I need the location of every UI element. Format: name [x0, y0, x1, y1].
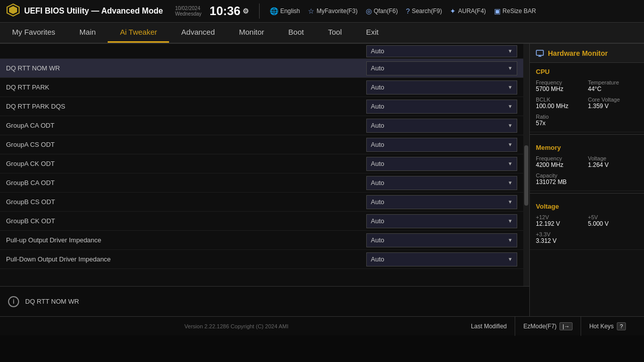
- ezmode-label: EzMode(F7): [523, 323, 556, 330]
- row-label-groupa-ck-odt: GroupA CK ODT: [6, 160, 366, 167]
- mem-freq-label: Frequency 4200 MHz: [536, 155, 586, 168]
- asus-logo-icon: [6, 3, 20, 19]
- arrow-groupb-cs-odt: ▼: [508, 199, 513, 205]
- settings-row-groupa-ca-odt[interactable]: GroupA CA ODT Auto ▼: [0, 116, 523, 135]
- toolbar-aura[interactable]: ✦ AURA(F4): [450, 7, 486, 15]
- volt-5v-label: +5V 5.000 V: [588, 214, 638, 227]
- arrow-groupb-ck-odt: ▼: [508, 218, 513, 224]
- toolbar-myfavorite[interactable]: ☆ MyFavorite(F3): [308, 7, 357, 15]
- header: UEFI BIOS Utility — Advanced Mode 10/02/…: [0, 0, 644, 23]
- dropdown-groupa-ck-odt[interactable]: Auto ▼: [366, 157, 517, 171]
- settings-row-groupb-cs-odt[interactable]: GroupB CS ODT Auto ▼: [0, 193, 523, 212]
- top-dropdown-arrow: ▼: [508, 48, 513, 54]
- row-value-pulldown-impedance: Auto ▼: [366, 252, 517, 266]
- dropdown-groupb-ca-odt[interactable]: Auto ▼: [366, 176, 517, 190]
- footer-hotkeys[interactable]: Hot Keys ?: [581, 317, 634, 336]
- footer: Version 2.22.1286 Copyright (C) 2024 AMI…: [0, 316, 644, 335]
- settings-row-groupa-ck-odt[interactable]: GroupA CK ODT Auto ▼: [0, 154, 523, 173]
- settings-row-pulldown-impedance[interactable]: Pull-Down Output Driver Impedance Auto ▼: [0, 250, 523, 269]
- row-label-dq-rtt-park-dqs: DQ RTT PARK DQS: [6, 103, 366, 110]
- arrow-groupa-ca-odt: ▼: [508, 123, 513, 128]
- row-value-dq-rtt-park: Auto ▼: [366, 80, 517, 95]
- nav-my-favorites[interactable]: My Favorites: [0, 23, 67, 43]
- dropdown-dq-rtt-park-dqs[interactable]: Auto ▼: [366, 100, 517, 114]
- settings-top-row: Auto ▼: [0, 44, 523, 59]
- search-label: Search(F9): [412, 8, 442, 15]
- arrow-groupb-ca-odt: ▼: [508, 180, 513, 186]
- content-area: Auto ▼ DQ RTT NOM WR Auto ▼: [0, 44, 529, 316]
- settings-row-groupa-cs-odt[interactable]: GroupA CS ODT Auto ▼: [0, 135, 523, 154]
- nav-main[interactable]: Main: [67, 23, 108, 43]
- toolbar-search[interactable]: ? Search(F9): [406, 7, 442, 15]
- nav-boot[interactable]: Boot: [276, 23, 316, 43]
- toolbar-language[interactable]: 🌐 English: [270, 7, 300, 15]
- row-value-groupb-cs-odt: Auto ▼: [366, 195, 517, 209]
- settings-table: Auto ▼ DQ RTT NOM WR Auto ▼: [0, 44, 529, 286]
- status-bar: i DQ RTT NOM WR: [0, 286, 529, 316]
- cpu-ratio-label: Ratio 57x: [536, 114, 638, 127]
- row-label-pullup-impedance: Pull-up Output Driver Impedance: [6, 236, 366, 244]
- cpu-bclk-label: BCLK 100.00 MHz: [536, 97, 586, 110]
- cpu-section-title: CPU: [536, 68, 638, 75]
- footer-actions: Last Modified EzMode(F7) |→ Hot Keys ?: [463, 317, 634, 336]
- footer-ezmode[interactable]: EzMode(F7) |→: [515, 317, 581, 336]
- top-partial-dropdown[interactable]: Auto ▼: [366, 45, 517, 57]
- toolbar-resizebar[interactable]: ▣ ReSize BAR: [494, 7, 536, 15]
- cpu-memory-divider: [530, 134, 644, 135]
- monitor-icon: [536, 49, 544, 57]
- voltage-section: Voltage +12V 12.192 V +5V 5.000 V +3.3V …: [530, 198, 644, 250]
- resizebar-label: ReSize BAR: [503, 8, 536, 15]
- dropdown-dq-rtt-park[interactable]: Auto ▼: [366, 80, 517, 95]
- row-label-groupb-cs-odt: GroupB CS ODT: [6, 198, 366, 206]
- footer-last-modified[interactable]: Last Modified: [463, 317, 515, 336]
- top-row-value: Auto ▼: [366, 45, 517, 57]
- row-value-groupb-ck-odt: Auto ▼: [366, 214, 517, 228]
- dropdown-dq-rtt-nom-wr[interactable]: Auto ▼: [366, 61, 517, 75]
- star-icon: ☆: [308, 7, 314, 15]
- logo-area: UEFI BIOS Utility — Advanced Mode: [6, 3, 163, 19]
- toolbar-divider: [259, 4, 260, 19]
- row-value-groupa-ca-odt: Auto ▼: [366, 119, 517, 133]
- nav-tool[interactable]: Tool: [316, 23, 354, 43]
- volt-33v-label: +3.3V 3.312 V: [536, 231, 638, 244]
- toolbar-qfan[interactable]: ◎ Qfan(F6): [366, 7, 398, 15]
- dropdown-groupa-cs-odt[interactable]: Auto ▼: [366, 138, 517, 152]
- row-value-pullup-impedance: Auto ▼: [366, 233, 517, 247]
- navbar: My Favorites Main Ai Tweaker Advanced Mo…: [0, 23, 644, 44]
- date-display: 10/02/2024: [175, 6, 202, 11]
- dropdown-pulldown-impedance[interactable]: Auto ▼: [366, 252, 517, 266]
- dropdown-groupb-ck-odt[interactable]: Auto ▼: [366, 214, 517, 228]
- settings-row-dq-rtt-park-dqs[interactable]: DQ RTT PARK DQS Auto ▼: [0, 97, 523, 116]
- info-icon: i: [8, 296, 19, 307]
- memory-section-title: Memory: [536, 144, 638, 151]
- nav-monitor[interactable]: Monitor: [227, 23, 276, 43]
- dropdown-pullup-impedance[interactable]: Auto ▼: [366, 233, 517, 247]
- app-title: UEFI BIOS Utility — Advanced Mode: [24, 7, 163, 16]
- nav-exit[interactable]: Exit: [354, 23, 390, 43]
- hw-monitor-header: Hardware Monitor: [530, 44, 644, 63]
- settings-row-pullup-impedance[interactable]: Pull-up Output Driver Impedance Auto ▼: [0, 231, 523, 250]
- fan-icon: ◎: [366, 7, 372, 15]
- row-label-dq-rtt-nom-wr: DQ RTT NOM WR: [6, 64, 366, 72]
- settings-row-dq-rtt-park[interactable]: DQ RTT PARK Auto ▼: [0, 78, 523, 97]
- memory-voltage-divider: [530, 193, 644, 194]
- settings-row-groupb-ca-odt[interactable]: GroupB CA ODT Auto ▼: [0, 173, 523, 193]
- nav-advanced[interactable]: Advanced: [169, 23, 227, 43]
- gear-icon[interactable]: ⚙: [243, 7, 249, 15]
- scrollbar-track[interactable]: [523, 44, 529, 286]
- time-display: 10:36 ⚙: [210, 4, 249, 18]
- row-value-dq-rtt-nom-wr: Auto ▼: [366, 61, 517, 75]
- dropdown-groupb-cs-odt[interactable]: Auto ▼: [366, 195, 517, 209]
- row-label-dq-rtt-park: DQ RTT PARK: [6, 83, 366, 91]
- scrollbar-thumb[interactable]: [524, 145, 528, 206]
- settings-row-groupb-ck-odt[interactable]: GroupB CK ODT Auto ▼: [0, 212, 523, 231]
- nav-ai-tweaker[interactable]: Ai Tweaker: [108, 23, 169, 43]
- dropdown-groupa-ca-odt[interactable]: Auto ▼: [366, 119, 517, 133]
- row-value-groupa-ck-odt: Auto ▼: [366, 157, 517, 171]
- hotkeys-key: ?: [617, 322, 626, 330]
- memory-section: Memory Frequency 4200 MHz Voltage 1.264 …: [530, 139, 644, 191]
- toolbar-items: 🌐 English ☆ MyFavorite(F3) ◎ Qfan(F6) ? …: [270, 7, 536, 15]
- settings-row-dq-rtt-nom-wr[interactable]: DQ RTT NOM WR Auto ▼: [0, 59, 523, 78]
- arrow-dq-rtt-park-dqs: ▼: [508, 104, 513, 109]
- aura-label: AURA(F4): [458, 8, 486, 15]
